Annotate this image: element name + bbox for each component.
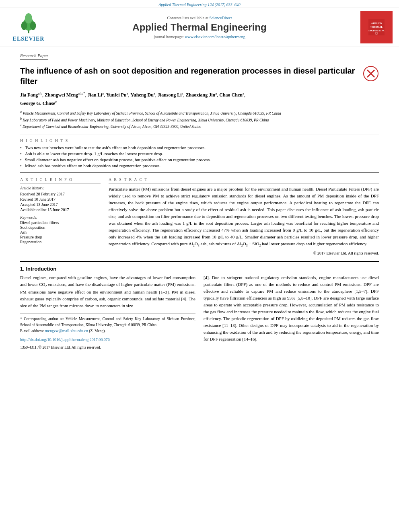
intro-body: Diesel engines, compared with gasoline e… (20, 274, 379, 351)
paper-title-section: The influence of ash on soot deposition … (20, 66, 379, 86)
journal-badge: APPLIED THERMAL ENGINEERING (360, 11, 393, 43)
email-link[interactable]: mengzw@mail.xhu.edu.cn (45, 329, 88, 333)
history-label: Article history: (20, 186, 101, 190)
svg-text:ENGINEERING: ENGINEERING (368, 29, 385, 32)
journal-title: Applied Thermal Engineering (51, 22, 348, 33)
intro-para-1: Diesel engines, compared with gasoline e… (20, 274, 195, 310)
author-yunfei-pu: Yunfei Pua, (106, 92, 131, 98)
divider-after-affiliations (20, 134, 379, 134)
journal-badge-icon: APPLIED THERMAL ENGINEERING (368, 19, 385, 35)
highlight-item-1: Two new test benches were built to test … (20, 145, 379, 150)
keywords-label: Keywords: (20, 215, 101, 220)
journal-center: Contents lists available at ScienceDirec… (51, 16, 348, 39)
sciencedirect-link[interactable]: ScienceDirect (209, 16, 232, 20)
crossmark-icon (363, 66, 379, 82)
svg-point-4 (25, 13, 32, 23)
journal-homepage: journal homepage: www.elsevier.com/locat… (51, 35, 348, 39)
highlight-item-4: Mixed ash has positive effect on both de… (20, 163, 379, 168)
intro-col-right: [4]. Due to stringent national regulator… (204, 274, 379, 351)
homepage-link[interactable]: www.elsevier.com/locate/apthermeng (185, 35, 245, 39)
reduces-keyword: reduces (214, 200, 228, 205)
highlight-item-2: Ash is able to lower the pressure drop. … (20, 151, 379, 156)
content-area: Research Paper The influence of ash on s… (0, 47, 399, 356)
author-jian-li: Jian Lia, (88, 92, 106, 98)
divider-after-highlights (20, 172, 379, 173)
svg-point-2 (21, 21, 27, 30)
footnote-section: * Corresponding author at: Vehicle Measu… (20, 313, 195, 351)
paper-type-label: Research Paper (20, 53, 48, 60)
author-chao-chen: Chao Chena, (219, 92, 245, 98)
keyword-1: Diesel particulate filters (20, 220, 101, 225)
article-info-column: A R T I C L E I N F O Article history: R… (20, 177, 101, 255)
highlights-section: H I G H L I G H T S Two new test benches… (20, 138, 379, 168)
doi-link[interactable]: http://dx.doi.org/10.1016/j.applthermale… (20, 337, 110, 342)
affiliation-c: c Department of Chemical and Biomolecula… (20, 123, 379, 129)
available-date: Available online 15 June 2017 (20, 207, 101, 212)
affiliation-b: b Key Laboratory of Fluid and Power Mach… (20, 117, 379, 123)
abstract-header: A B S T R A C T (109, 177, 379, 183)
keyword-5: Regeneration (20, 240, 101, 244)
revised-date: Revised 10 June 2017 (20, 197, 101, 201)
other-keyword: Other (239, 323, 249, 328)
highlight-item-3: Small diameter ash has negative effect o… (20, 157, 379, 162)
article-info-abstract-section: A R T I C L E I N F O Article history: R… (20, 177, 379, 255)
author-george-chase: George G. Chasec (20, 101, 57, 106)
issn-copyright: 1359-4311 /© 2017 Elsevier Ltd. All righ… (20, 345, 195, 351)
authors-section: Jia Fanga,b, Zhongwei Menga,b,*, Jian Li… (20, 90, 379, 107)
svg-text:APPLIED: APPLIED (371, 22, 382, 25)
abstract-copyright: © 2017 Elsevier Ltd. All rights reserved… (109, 251, 379, 255)
author-zhaoxiang-jin: Zhaoxiang Jina, (186, 92, 220, 98)
footnote-email: E-mail address: mengzw@mail.xhu.edu.cn (… (20, 328, 195, 334)
abstract-text: Particulate matter (PM) emissions from d… (109, 186, 379, 249)
paper-title: The influence of ash on soot deposition … (20, 66, 356, 86)
elsevier-tree-icon (16, 13, 41, 35)
intro-para-2: [4]. Due to stringent national regulator… (204, 274, 379, 343)
journal-badge-section: APPLIED THERMAL ENGINEERING (348, 11, 393, 43)
abstract-column: A B S T R A C T Particulate matter (PM) … (109, 177, 379, 255)
content-available-text: Contents lists available at ScienceDirec… (51, 16, 348, 20)
affiliations-section: a Vehicle Measurement, Control and Safet… (20, 110, 379, 129)
author-jiansong-li: Jiansong Lia, (158, 92, 186, 98)
elsevier-logo: ELSEVIER (13, 13, 45, 42)
keyword-3: Ash (20, 230, 101, 234)
svg-point-3 (30, 21, 36, 30)
journal-top-header: Applied Thermal Engineering 124 (2017) 6… (0, 0, 399, 8)
accepted-date: Accepted 13 June 2017 (20, 202, 101, 207)
keyword-2: Soot deposition (20, 225, 101, 230)
article-info-header: A R T I C L E I N F O (20, 177, 101, 183)
elsevier-logo-section: ELSEVIER (6, 13, 51, 42)
author-yuheng-du: Yuheng Dua, (131, 92, 158, 98)
intro-section-title: 1. Introduction (20, 266, 379, 272)
affiliation-a: a Vehicle Measurement, Control and Safet… (20, 110, 379, 116)
keyword-4: Pressure drop (20, 235, 101, 239)
elsevier-brand: ELSEVIER (13, 36, 45, 42)
received-date: Received 28 February 2017 (20, 192, 101, 196)
svg-text:THERMAL: THERMAL (370, 26, 383, 28)
author-jia-fang: Jia Fanga,b, (20, 92, 45, 98)
footnote-corresponding: * Corresponding author at: Vehicle Measu… (20, 316, 195, 328)
journal-header: ELSEVIER Contents lists available at Sci… (0, 8, 399, 47)
highlights-header: H I G H L I G H T S (20, 138, 379, 143)
intro-col-left: Diesel engines, compared with gasoline e… (20, 274, 195, 351)
section-divider (20, 261, 379, 262)
author-zhongwei-meng: Zhongwei Menga,b,*, (45, 92, 88, 98)
